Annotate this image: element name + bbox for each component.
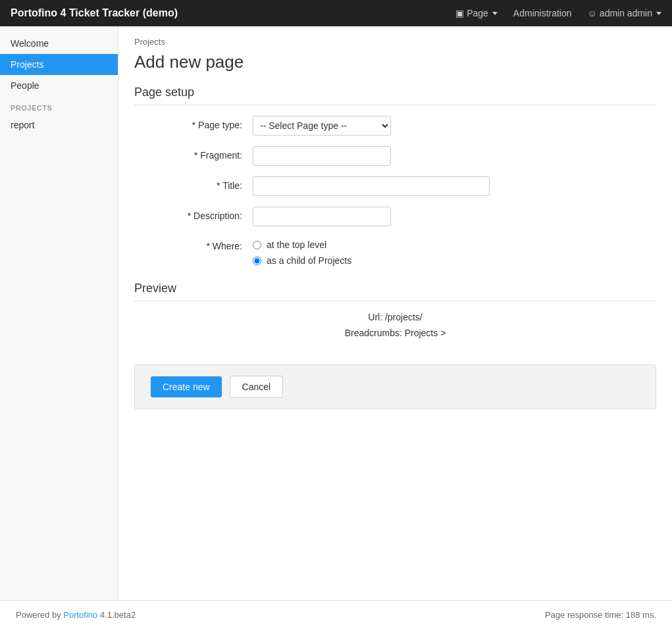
sidebar-item-projects[interactable]: Projects: [0, 54, 118, 75]
page-setup-form: * Page type: -- Select Page type -- Crud…: [134, 116, 656, 266]
where-child-radio[interactable]: [253, 257, 261, 265]
fragment-row: * Fragment:: [134, 146, 656, 166]
fragment-input[interactable]: [253, 146, 391, 166]
where-label: * Where:: [134, 237, 253, 251]
form-actions: Create new Cancel: [134, 365, 656, 409]
where-row: * Where: at the top level as a child of …: [134, 237, 656, 266]
page-menu[interactable]: ▣ Page: [455, 8, 498, 18]
user-icon: ☺: [588, 8, 597, 18]
where-top-level-radio[interactable]: [253, 241, 261, 249]
where-child-label: as a child of Projects: [267, 255, 351, 266]
where-top-level-option[interactable]: at the top level: [253, 239, 656, 250]
description-field: [253, 207, 656, 226]
description-input[interactable]: [253, 207, 391, 226]
page-type-select[interactable]: -- Select Page type -- Crud Custom Embed…: [253, 116, 391, 136]
user-menu-label: admin admin: [600, 8, 652, 18]
sidebar-item-people[interactable]: People: [0, 75, 118, 96]
main-layout: Welcome Projects People PROJECTS report …: [0, 26, 672, 600]
footer-powered-by: Powered by Portofino 4.1.beta2: [16, 610, 136, 620]
administration-link[interactable]: Administration: [513, 8, 572, 18]
user-menu-caret: [656, 12, 661, 15]
where-child-option[interactable]: as a child of Projects: [253, 255, 656, 266]
page-title: Add new page: [134, 52, 656, 72]
create-new-button[interactable]: Create new: [151, 376, 222, 397]
page-type-field: -- Select Page type -- Crud Custom Embed…: [253, 116, 656, 136]
cancel-button[interactable]: Cancel: [230, 376, 284, 398]
description-row: * Description:: [134, 207, 656, 226]
where-top-level-label: at the top level: [267, 239, 326, 250]
sidebar: Welcome Projects People PROJECTS report: [0, 26, 118, 600]
sidebar-item-welcome[interactable]: Welcome: [0, 33, 118, 54]
sidebar-section-projects: PROJECTS: [0, 96, 118, 114]
preview-breadcrumbs: Breadcrumbs: Projects >: [134, 328, 656, 338]
page-type-row: * Page type: -- Select Page type -- Crud…: [134, 116, 656, 136]
breadcrumb: Projects: [134, 37, 656, 47]
where-field: at the top level as a child of Projects: [253, 237, 656, 266]
preview-heading: Preview: [134, 282, 656, 301]
fragment-field: [253, 146, 656, 166]
title-row: * Title:: [134, 176, 656, 196]
page-type-label: * Page type:: [134, 116, 253, 130]
title-field: [253, 176, 656, 196]
description-label: * Description:: [134, 207, 253, 221]
app-title: Portofino 4 Ticket Tracker (demo): [11, 7, 455, 19]
footer: Powered by Portofino 4.1.beta2 Page resp…: [0, 600, 672, 629]
main-content: Projects Add new page Page setup * Page …: [118, 26, 672, 600]
page-icon: ▣: [455, 8, 464, 18]
fragment-label: * Fragment:: [134, 146, 253, 161]
navbar-links: ▣ Page Administration ☺ admin admin: [455, 8, 661, 18]
preview-content: Url: /projects/ Breadcrumbs: Projects >: [134, 312, 656, 354]
preview-section: Preview Url: /projects/ Breadcrumbs: Pro…: [134, 282, 656, 354]
page-menu-caret: [492, 12, 498, 15]
footer-portofino-link[interactable]: Portofino: [63, 610, 97, 620]
page-menu-label: Page: [467, 8, 488, 18]
footer-version: 4.1.beta2: [97, 610, 136, 620]
sidebar-item-report[interactable]: report: [0, 114, 118, 136]
footer-response-time: Page response time: 188 ms.: [545, 610, 656, 620]
title-label: * Title:: [134, 176, 253, 191]
navbar: Portofino 4 Ticket Tracker (demo) ▣ Page…: [0, 0, 672, 26]
preview-url: Url: /projects/: [134, 312, 656, 322]
title-input[interactable]: [253, 176, 490, 196]
page-setup-heading: Page setup: [134, 86, 656, 105]
footer-powered-by-text: Powered by: [16, 610, 63, 620]
user-menu[interactable]: ☺ admin admin: [588, 8, 661, 18]
